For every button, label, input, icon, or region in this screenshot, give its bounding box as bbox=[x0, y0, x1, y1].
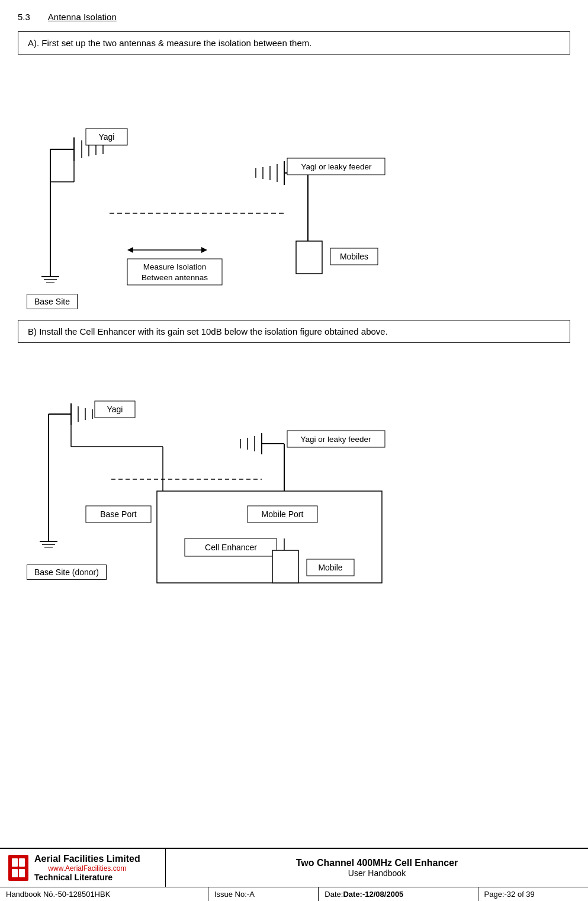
company-name: Aerial Facilities Limited bbox=[34, 854, 140, 864]
svg-marker-25 bbox=[201, 247, 207, 253]
instruction-a-text: A). First set up the two antennas & meas… bbox=[28, 38, 311, 48]
doc-date: Date:Date:-12/08/2005 bbox=[319, 887, 478, 901]
instruction-b-box: B) Install the Cell Enhancer with its ga… bbox=[18, 320, 570, 343]
issue-number: Issue No:-A bbox=[208, 887, 319, 901]
svg-text:Yagi: Yagi bbox=[107, 405, 123, 414]
svg-text:Yagi or leaky feeder: Yagi or leaky feeder bbox=[300, 435, 371, 444]
company-website: www.AerialFacilities.com bbox=[34, 864, 140, 873]
svg-rect-75 bbox=[19, 858, 25, 867]
svg-rect-77 bbox=[19, 869, 25, 877]
svg-rect-76 bbox=[12, 869, 18, 877]
footer-title-area: Two Channel 400MHz Cell Enhancer User Ha… bbox=[166, 849, 588, 887]
company-tagline: Technical Literature bbox=[34, 873, 140, 882]
svg-text:Measure Isolation: Measure Isolation bbox=[143, 262, 207, 271]
svg-text:Mobiles: Mobiles bbox=[340, 252, 368, 261]
svg-text:Mobile: Mobile bbox=[318, 563, 342, 572]
section-title: Antenna Isolation bbox=[48, 12, 117, 22]
footer-logo-area: Aerial Facilities Limited www.AerialFaci… bbox=[0, 849, 166, 887]
page-number: Page:-32 of 39 bbox=[478, 887, 588, 901]
company-logo-icon bbox=[7, 854, 30, 882]
svg-rect-74 bbox=[12, 858, 18, 867]
svg-text:Mobile Port: Mobile Port bbox=[262, 509, 304, 519]
handbook-number: Handbook Nō.-50-128501HBK bbox=[0, 887, 208, 901]
svg-rect-69 bbox=[272, 550, 298, 583]
svg-marker-24 bbox=[127, 247, 133, 253]
svg-text:Between antennas: Between antennas bbox=[142, 273, 208, 282]
svg-text:Yagi or leaky feeder: Yagi or leaky feeder bbox=[301, 162, 372, 171]
svg-rect-73 bbox=[8, 855, 28, 881]
base-site-label: Base Site bbox=[27, 294, 78, 309]
svg-text:Base Port: Base Port bbox=[100, 509, 137, 519]
doc-title: Two Channel 400MHz Cell Enhancer bbox=[296, 858, 458, 868]
instruction-a-box: A). First set up the two antennas & meas… bbox=[18, 31, 570, 54]
svg-text:Cell Enhancer: Cell Enhancer bbox=[205, 543, 257, 552]
doc-subtitle: User Handbook bbox=[348, 868, 406, 878]
footer: Aerial Facilities Limited www.AerialFaci… bbox=[0, 848, 588, 901]
section-number: 5.3 bbox=[18, 12, 30, 22]
svg-text:Yagi: Yagi bbox=[99, 132, 115, 142]
svg-rect-31 bbox=[296, 241, 322, 274]
diagram-1: Yagi Measure Isolation Between antennas bbox=[18, 66, 551, 315]
base-site-donor-label: Base Site (donor) bbox=[27, 565, 107, 580]
instruction-b-text: B) Install the Cell Enhancer with its ga… bbox=[28, 326, 388, 336]
